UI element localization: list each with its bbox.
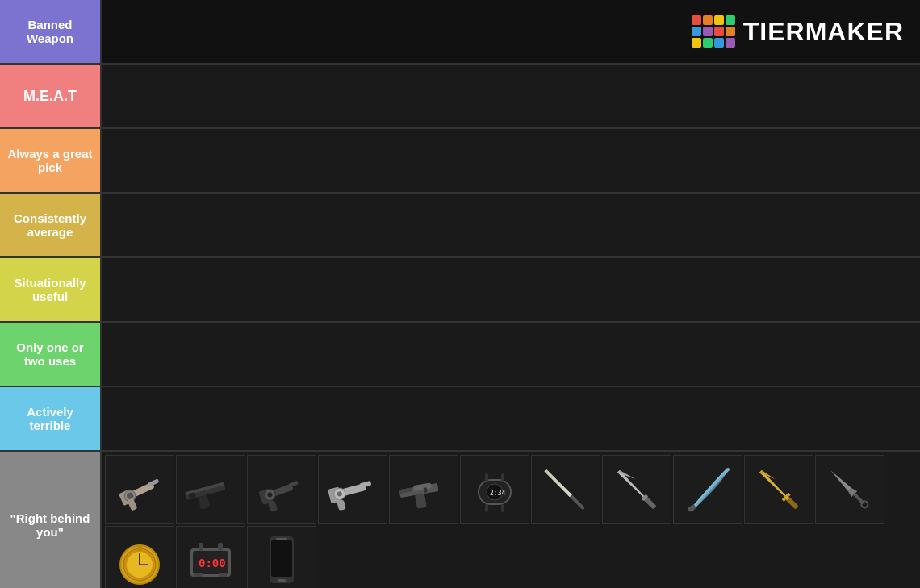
svg-rect-34 [501,504,504,512]
tier-row-behind: "Right behind you" [0,452,920,588]
tier-row-terrible: Actively terrible [0,387,920,452]
weapon-revolver-dark [247,455,316,524]
weapon-revolver-silver [318,455,387,524]
weapon-pistol [389,455,458,524]
svg-marker-44 [759,468,776,484]
svg-rect-57 [137,544,142,551]
tier-row-situational: Situationally useful [0,258,920,323]
onetwo-content [102,323,920,386]
weapon-butterfly-knife [531,455,600,524]
svg-rect-62 [218,543,223,551]
weapon-sawnoff [176,455,245,524]
svg-marker-48 [829,469,851,491]
svg-rect-67 [278,579,286,582]
svg-rect-33 [485,504,488,512]
weapon-phone [247,526,316,588]
average-label: Consistently average [0,194,102,256]
great-content [102,129,920,192]
onetwo-label: Only one or two uses [0,323,102,386]
weapon-ornate-knife [744,455,813,524]
svg-rect-32 [501,473,504,482]
behind-content: 2:34 [102,452,920,588]
weapon-bomb-clock: 0:00 [176,526,245,588]
weapon-kunai [815,455,884,524]
great-label: Always a great pick [0,129,102,192]
situational-label: Situationally useful [0,258,102,321]
tier-row-meat: M.E.A.T [0,65,920,129]
behind-label: "Right behind you" [0,452,102,588]
svg-rect-31 [485,473,488,482]
meat-label: M.E.A.T [0,65,102,127]
tiermaker-logo: TiERMAKER [692,15,920,48]
logo-text: TiERMAKER [743,17,904,47]
svg-text:0:00: 0:00 [199,557,226,569]
svg-rect-8 [198,494,211,510]
svg-marker-37 [544,469,572,498]
tier-table: Banned Weapon TiERMAKER M.E.A.T [0,0,920,588]
weapon-pocket-watch [105,526,174,588]
svg-marker-38 [617,470,646,499]
svg-marker-39 [617,467,636,486]
svg-rect-61 [199,543,203,551]
svg-marker-43 [759,470,787,498]
tier-row-average: Consistently average [0,194,920,258]
svg-rect-64 [219,573,227,577]
weapon-curved-blade [673,455,742,524]
svg-rect-15 [288,481,299,488]
svg-rect-36 [569,494,586,511]
situational-content [102,258,920,321]
weapon-revolver-old [105,455,174,524]
svg-rect-68 [276,538,287,540]
svg-rect-21 [359,481,371,488]
meat-content [102,65,920,127]
weapon-watch: 2:34 [460,455,529,524]
svg-rect-24 [415,493,427,509]
tier-row-great: Always a great pick [0,129,920,194]
weapon-combat-knife [602,455,671,524]
terrible-label: Actively terrible [0,387,102,450]
svg-rect-66 [271,540,292,577]
svg-rect-63 [194,573,203,577]
banned-label: Banned Weapon [0,0,102,63]
average-content [102,194,920,256]
svg-text:2:34: 2:34 [490,490,505,497]
terrible-content [102,387,920,450]
tier-row-onetwo: Only one or two uses [0,323,920,387]
